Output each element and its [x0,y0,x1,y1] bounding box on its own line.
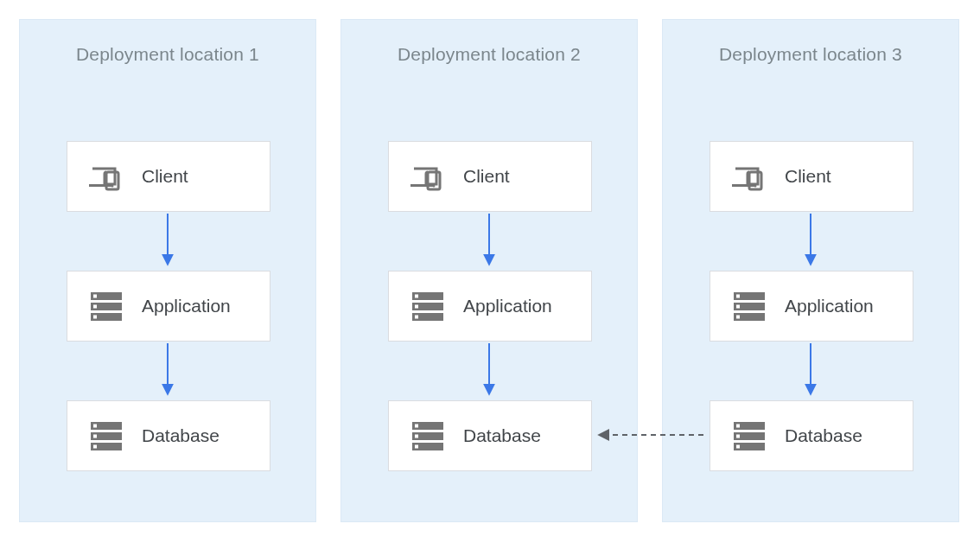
node-application: Application [710,271,913,342]
node-database: Database [67,400,270,471]
server-stack-icon [86,418,126,453]
node-client: Client [710,141,913,212]
panel-location-2: Deployment location 2 Client Application… [340,19,638,522]
arrow-down-icon [159,342,176,399]
node-label: Application [142,296,231,316]
node-client: Client [67,141,270,212]
node-label: Application [785,296,874,316]
node-database: Database [388,400,592,471]
node-client: Client [388,141,592,212]
devices-icon [408,159,448,194]
panel-location-3: Deployment location 3 Client Application… [662,19,959,522]
server-stack-icon [408,418,448,453]
devices-icon [729,159,769,194]
arrow-down-icon [480,342,498,399]
server-stack-icon [729,418,769,453]
panel-title: Deployment location 1 [20,44,315,65]
arrow-down-icon [159,212,176,269]
server-stack-icon [86,289,126,323]
node-label: Client [142,166,188,187]
node-database: Database [710,400,913,471]
node-label: Application [463,296,552,316]
node-application: Application [67,271,270,342]
node-label: Database [785,425,862,446]
node-application: Application [388,271,592,342]
node-label: Database [142,425,220,446]
server-stack-icon [729,289,769,323]
node-label: Client [463,166,510,187]
arrow-down-icon [480,212,498,269]
server-stack-icon [408,289,448,323]
devices-icon [86,159,126,194]
dashed-arrow-left-icon [591,426,709,444]
panel-location-1: Deployment location 1 Client Application… [19,19,316,522]
arrow-down-icon [802,342,819,399]
deployment-diagram: Deployment location 1 Client Application… [0,0,980,543]
node-label: Database [463,425,541,446]
node-label: Client [785,166,831,187]
panel-title: Deployment location 2 [341,44,637,65]
arrow-down-icon [802,212,819,269]
panel-title: Deployment location 3 [663,44,958,65]
